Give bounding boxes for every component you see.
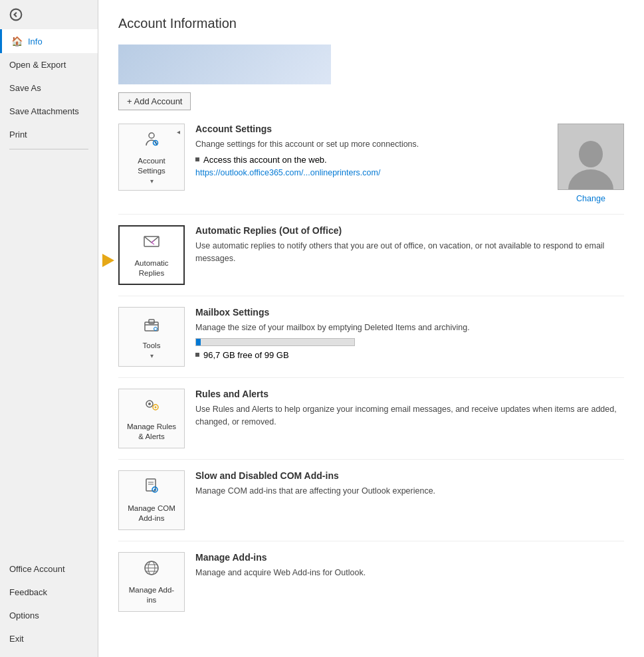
rules-alerts-title: Rules and Alerts <box>195 389 624 399</box>
account-settings-info: Account Settings Change settings for thi… <box>195 124 544 177</box>
user-avatar-area: Change <box>558 124 624 203</box>
automatic-replies-card[interactable]: AutomaticReplies <box>118 225 185 285</box>
account-settings-dropdown[interactable]: ▾ <box>150 177 154 185</box>
mailbox-progress-bar <box>195 338 355 346</box>
manage-addins-desc: Manage and acquire Web Add-ins for Outlo… <box>195 567 624 579</box>
automatic-replies-info: Automatic Replies (Out of Office) Use au… <box>195 225 624 269</box>
tools-icon <box>142 314 161 337</box>
rules-alerts-info: Rules and Alerts Use Rules and Alerts to… <box>195 389 624 432</box>
back-button[interactable] <box>0 0 98 29</box>
home-icon: 🏠 <box>11 36 23 47</box>
change-avatar-link[interactable]: Change <box>576 194 605 203</box>
arrow-head <box>102 254 114 267</box>
svg-point-3 <box>155 142 156 143</box>
tools-label: Tools <box>143 341 161 351</box>
sidebar-item-exit[interactable]: Exit <box>0 627 98 650</box>
bullet-icon <box>195 157 199 161</box>
mailbox-settings-title: Mailbox Settings <box>195 307 624 318</box>
mailbox-settings-desc: Manage the size of your mailbox by empty… <box>195 322 624 334</box>
mailbox-settings-card[interactable]: Tools ▾ <box>118 307 185 367</box>
rules-alerts-desc: Use Rules and Alerts to help organize yo… <box>195 403 624 428</box>
automatic-replies-label: AutomaticReplies <box>134 258 168 278</box>
svg-point-1 <box>149 133 154 138</box>
main-content: Account Information + Add Account ◂ Acco… <box>98 0 644 657</box>
account-settings-link[interactable]: https://outlook.office365.com/...onlinep… <box>195 168 380 177</box>
svg-point-4 <box>579 141 603 167</box>
sidebar-item-label: Save Attachments <box>9 106 79 116</box>
tools-dropdown[interactable]: ▾ <box>150 352 154 359</box>
com-addins-desc: Manage COM add-ins that are affecting yo… <box>195 485 624 498</box>
account-settings-bullet: Access this account on the web. <box>195 155 544 165</box>
com-addins-label: Manage COMAdd-ins <box>128 504 175 523</box>
sidebar-item-label: Print <box>9 130 27 140</box>
rules-alerts-icon <box>142 395 161 418</box>
com-addins-icon <box>142 477 161 500</box>
bullet-text: Access this account on the web. <box>203 155 327 165</box>
svg-point-0 <box>11 9 22 21</box>
sidebar-item-label: Office Account <box>9 564 65 574</box>
manage-addins-card[interactable]: Manage Add-ins <box>118 552 185 612</box>
mailbox-settings-info: Mailbox Settings Manage the size of your… <box>195 307 624 363</box>
svg-point-5 <box>568 169 613 189</box>
add-account-button[interactable]: + Add Account <box>118 92 191 110</box>
sidebar-item-feedback[interactable]: Feedback <box>0 581 98 604</box>
com-addins-row: Manage COMAdd-ins Slow and Disabled COM … <box>118 470 624 541</box>
com-addins-title: Slow and Disabled COM Add-ins <box>195 470 624 481</box>
sidebar-nav: 🏠 Info Open & Export Save As Save Attach… <box>0 29 98 657</box>
back-icon <box>9 8 23 21</box>
sidebar-item-options[interactable]: Options <box>0 604 98 627</box>
manage-addins-info: Manage Add-ins Manage and acquire Web Ad… <box>195 552 624 583</box>
manage-addins-label: Manage Add-ins <box>129 585 174 605</box>
svg-point-19 <box>154 489 156 491</box>
svg-point-14 <box>155 407 157 409</box>
sidebar-item-label: Exit <box>9 634 24 644</box>
sidebar-item-office-account[interactable]: Office Account <box>0 557 98 581</box>
automatic-replies-icon <box>142 232 161 254</box>
sidebar-item-save-as[interactable]: Save As <box>0 76 98 100</box>
avatar-icon <box>568 136 614 189</box>
account-settings-desc: Change settings for this account or set … <box>195 138 544 151</box>
rules-alerts-row: Manage Rules& Alerts Rules and Alerts Us… <box>118 389 624 460</box>
sidebar-item-info[interactable]: 🏠 Info <box>0 29 98 53</box>
account-header-bar <box>118 45 331 84</box>
card-collapse-icon: ◂ <box>177 128 180 136</box>
rules-alerts-card[interactable]: Manage Rules& Alerts <box>118 389 185 448</box>
sidebar-item-open-export[interactable]: Open & Export <box>0 53 98 76</box>
rules-alerts-label: Manage Rules& Alerts <box>127 422 176 442</box>
manage-addins-icon <box>142 559 161 581</box>
automatic-replies-desc: Use automatic replies to notify others t… <box>195 240 624 265</box>
sidebar: 🏠 Info Open & Export Save As Save Attach… <box>0 0 98 657</box>
sidebar-bottom: Office Account Feedback Options Exit <box>0 557 98 657</box>
sidebar-item-label: Save As <box>9 83 41 93</box>
com-addins-info: Slow and Disabled COM Add-ins Manage COM… <box>195 470 624 502</box>
sidebar-item-label: Options <box>9 610 39 620</box>
sidebar-item-label: Info <box>28 37 43 47</box>
svg-point-10 <box>154 328 158 331</box>
account-settings-card[interactable]: ◂ AccountSettings ▾ <box>118 124 185 191</box>
mailbox-settings-row: Tools ▾ Mailbox Settings Manage the size… <box>118 307 624 378</box>
manage-addins-title: Manage Add-ins <box>195 552 624 563</box>
sidebar-item-save-attachments[interactable]: Save Attachments <box>0 100 98 123</box>
arrow-indicator <box>98 254 114 267</box>
sidebar-item-label: Open & Export <box>9 60 66 70</box>
com-addins-card[interactable]: Manage COMAdd-ins <box>118 470 185 530</box>
svg-rect-9 <box>149 320 154 324</box>
mailbox-progress-fill <box>196 339 201 345</box>
account-settings-title: Account Settings <box>195 124 544 134</box>
sidebar-divider <box>9 149 88 149</box>
sidebar-item-print[interactable]: Print <box>0 123 98 146</box>
automatic-replies-row: AutomaticReplies Automatic Replies (Out … <box>118 225 624 296</box>
automatic-replies-title: Automatic Replies (Out of Office) <box>195 225 624 236</box>
account-settings-icon <box>142 130 161 152</box>
page-title: Account Information <box>118 16 624 31</box>
user-avatar <box>558 124 624 190</box>
mailbox-storage-info: 96,7 GB free of 99 GB <box>195 350 624 360</box>
account-settings-row: ◂ AccountSettings ▾ Account Settings Cha… <box>118 124 624 215</box>
manage-addins-row: Manage Add-ins Manage Add-ins Manage and… <box>118 552 624 622</box>
bullet-icon <box>195 353 199 357</box>
account-settings-label: AccountSettings <box>138 156 165 176</box>
mailbox-storage-text: 96,7 GB free of 99 GB <box>203 350 289 360</box>
svg-point-12 <box>148 403 151 405</box>
sidebar-item-label: Feedback <box>9 587 47 597</box>
